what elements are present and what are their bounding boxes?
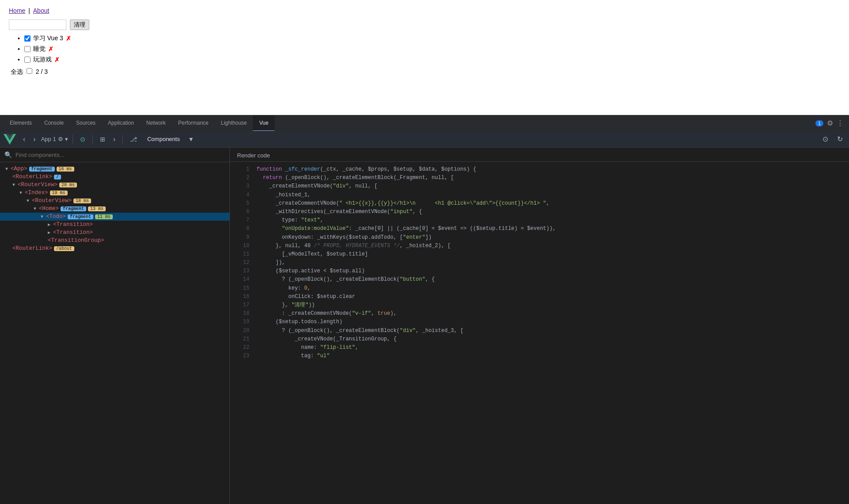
todo-checkbox-1[interactable] <box>24 35 31 42</box>
delete-btn-3[interactable]: ✗ <box>54 56 60 63</box>
tab-actions: 1 ⚙ ⋮ <box>815 119 849 127</box>
settings-icon[interactable]: ⚙ <box>827 119 833 127</box>
tree-tag: <TransitionGroup> <box>48 237 104 244</box>
todo-input[interactable] <box>9 19 66 30</box>
expand-icon: ▼ <box>5 167 8 172</box>
more-button[interactable]: › <box>111 134 118 145</box>
list-item: 睡觉 ✗ <box>18 45 840 53</box>
search-bar: 🔍 <box>0 148 229 162</box>
code-line: 10 }, null, 40 /* PROPS, HYDRATE_EVENTS … <box>230 242 849 250</box>
notification-badge: 1 <box>815 120 823 126</box>
component-tree-icon[interactable]: ⎇ <box>127 134 140 145</box>
devtools-panel: Elements Console Sources Application Net… <box>0 115 849 504</box>
code-line: 21 _createVNode(_TransitionGroup, { <box>230 335 849 344</box>
badge-route: /about <box>54 246 74 251</box>
app-dropdown-icon[interactable]: ▾ <box>65 136 68 142</box>
code-line: 16 onClick: $setup.clear <box>230 293 849 301</box>
code-line: 5 _createCommentVNode(" <h1>{{x}},{{y}}<… <box>230 199 849 208</box>
tree-row[interactable]: ▼ <Todo> fragment 11 ms <box>0 213 229 221</box>
toolbar-separator-1 <box>73 135 73 144</box>
code-line: 13 ($setup.active < $setup.all) <box>230 267 849 275</box>
tab-elements[interactable]: Elements <box>4 115 38 131</box>
code-line: 7 type: "text", <box>230 216 849 225</box>
tree-tag: <RouterLink> <box>12 174 52 180</box>
tree-row[interactable]: ▼ <RouterView> 18 ms <box>0 197 229 205</box>
tree-row[interactable]: ▼ <Index> 19 ms <box>0 189 229 197</box>
todo-count: 2 / 3 <box>36 68 48 75</box>
tab-lighthouse[interactable]: Lighthouse <box>215 115 253 131</box>
tree-row[interactable]: ▼ <App> fragment 16 ms <box>0 165 229 173</box>
list-item: 玩游戏 ✗ <box>18 56 840 64</box>
components-button[interactable]: Components <box>142 134 185 144</box>
select-all-label: 全选 <box>11 68 23 75</box>
app-settings-icon[interactable]: ⚙ <box>58 136 63 142</box>
code-area[interactable]: 1function _sfc_render(_ctx, _cache, $pro… <box>230 162 849 504</box>
code-line: 14 ? (_openBlock(), _createElementBlock(… <box>230 275 849 284</box>
todo-checkbox-2[interactable] <box>24 46 31 52</box>
expand-icon: ▼ <box>41 214 43 219</box>
badge-time: 13 ms <box>88 206 106 211</box>
screenshot-button[interactable]: ⊙ <box>820 133 831 145</box>
components-dropdown[interactable]: ▾ <box>187 133 195 145</box>
tree-row[interactable]: ▶ <Transition> <box>0 221 229 229</box>
code-line: 18 : _createCommentVNode("v-if", true), <box>230 309 849 318</box>
tree-row[interactable]: ▶ <Transition> <box>0 229 229 237</box>
code-line: 8 "onUpdate:modelValue": _cache[0] || (_… <box>230 225 849 233</box>
home-link[interactable]: Home <box>9 7 25 14</box>
render-code-title: Render code <box>230 148 849 162</box>
component-tree: ▼ <App> fragment 16 ms <RouterLink> / ▼ … <box>0 162 229 504</box>
tab-sources[interactable]: Sources <box>70 115 102 131</box>
code-line: 22 name: "flip-list", <box>230 344 849 352</box>
tree-row[interactable]: <RouterLink> /about <box>0 244 229 252</box>
component-search-input[interactable] <box>15 152 225 158</box>
clear-button[interactable]: 清理 <box>70 19 89 30</box>
about-link[interactable]: About <box>33 7 50 14</box>
toolbar-separator-3 <box>122 135 123 144</box>
delete-btn-1[interactable]: ✗ <box>66 35 71 42</box>
devtools-content: 🔍 ▼ <App> fragment 16 ms <RouterLink> / <box>0 148 849 504</box>
back-button[interactable]: ‹ <box>20 134 28 145</box>
select-all-checkbox[interactable] <box>27 68 32 74</box>
expand-icon: ▼ <box>27 199 29 203</box>
app-label: App 1 ⚙ ▾ <box>41 136 68 142</box>
todo-text-3: 玩游戏 <box>33 56 52 64</box>
vue-toolbar: ‹ › App 1 ⚙ ▾ ⊙ ⊞ › ⎇ Components ▾ ⊙ ↻ <box>0 131 849 148</box>
forward-button[interactable]: › <box>31 134 38 145</box>
reload-button[interactable]: ↻ <box>834 133 845 145</box>
tab-console[interactable]: Console <box>38 115 70 131</box>
inspect-button[interactable]: ⊙ <box>77 134 88 145</box>
code-line: 3 _createElementVNode("div", null, [ <box>230 182 849 191</box>
code-line: 11 [_vModelText, $setup.title] <box>230 250 849 259</box>
page-area: Home | About 清理 学习 Vue 3 ✗ 睡觉 ✗ 玩游戏 ✗ 全选… <box>0 0 849 115</box>
tab-performance[interactable]: Performance <box>172 115 215 131</box>
code-line: 12 ]), <box>230 259 849 267</box>
tab-network[interactable]: Network <box>140 115 172 131</box>
badge-slash: / <box>54 175 61 179</box>
search-icon: 🔍 <box>4 151 12 158</box>
badge-time: 19 ms <box>50 191 68 195</box>
tree-tag: <Todo> <box>46 214 66 220</box>
tree-row[interactable]: ▼ <RouterView> 20 ms <box>0 181 229 189</box>
tree-tag: <Transition> <box>53 221 93 228</box>
tree-tag: <RouterView> <box>18 182 57 188</box>
badge-time: 16 ms <box>57 167 74 172</box>
code-line: 19 ($setup.todos.length) <box>230 318 849 326</box>
vue-logo-icon <box>4 133 16 145</box>
tree-row[interactable]: <RouterLink> / <box>0 173 229 181</box>
tab-application[interactable]: Application <box>102 115 140 131</box>
tab-vue[interactable]: Vue <box>253 115 275 131</box>
badge-time: 20 ms <box>59 183 77 187</box>
code-line: 17 }, "清理")) <box>230 301 849 309</box>
expand-icon: ▼ <box>19 191 22 195</box>
more-options-icon[interactable]: ⋮ <box>837 119 844 127</box>
expand-icon: ▶ <box>48 222 50 227</box>
timeline-button[interactable]: ⊞ <box>97 134 108 145</box>
code-line: 9 onKeydown: _withKeys($setup.addTodo, [… <box>230 233 849 242</box>
tree-row[interactable]: <TransitionGroup> <box>0 237 229 244</box>
delete-btn-2[interactable]: ✗ <box>48 46 54 53</box>
code-line: 23 tag: "ul" <box>230 352 849 360</box>
todo-checkbox-3[interactable] <box>24 57 31 63</box>
tree-row[interactable]: ▼ <Home> fragment 13 ms <box>0 205 229 213</box>
vue-nav-pills: Components ▾ <box>142 133 195 145</box>
render-code-panel: Render code 1function _sfc_render(_ctx, … <box>230 148 849 504</box>
